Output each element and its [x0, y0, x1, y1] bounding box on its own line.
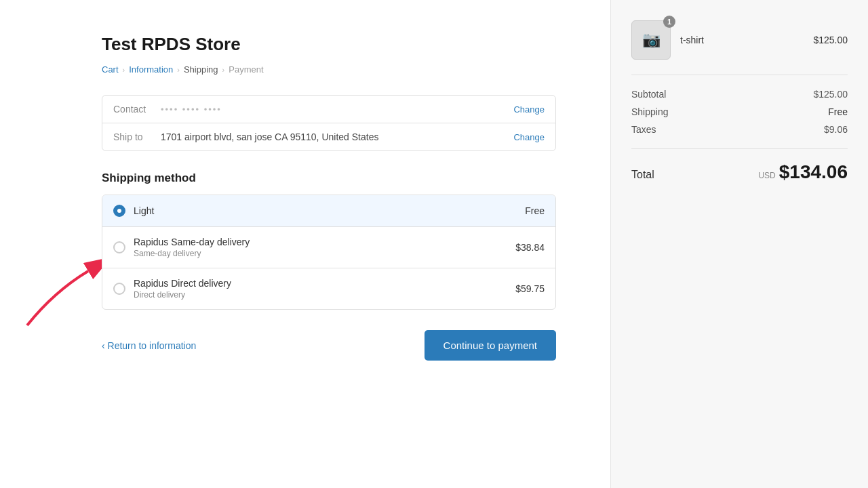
chevron-icon-3: › — [222, 66, 225, 74]
option-sub-same-day: Same-day delivery — [134, 249, 515, 258]
chevron-icon-1: › — [123, 66, 125, 74]
subtotal-row: Subtotal $125.00 — [631, 89, 848, 100]
radio-light — [113, 205, 125, 217]
option-name-light: Light — [134, 205, 525, 216]
summary-rows: Subtotal $125.00 Shipping Free Taxes $9.… — [631, 89, 848, 135]
breadcrumb: Cart › Information › Shipping › Payment — [102, 64, 556, 75]
breadcrumb-cart[interactable]: Cart — [102, 64, 119, 75]
arrow-annotation — [14, 251, 102, 335]
option-name-direct: Rapidus Direct delivery — [134, 278, 515, 289]
left-panel: Test RPDS Store Cart › Information › Shi… — [0, 0, 610, 488]
shipping-label: Shipping — [631, 106, 669, 117]
product-image-wrap: 📷 1 — [631, 20, 671, 60]
contact-value: •••• •••• •••• — [161, 104, 513, 115]
info-box: Contact •••• •••• •••• Change Ship to 17… — [102, 95, 556, 151]
subtotal-value: $125.00 — [813, 89, 848, 100]
shipping-method-title: Shipping method — [102, 171, 556, 185]
camera-icon: 📷 — [642, 31, 660, 49]
ship-to-row: Ship to 1701 airport blvd, san jose CA 9… — [102, 123, 555, 150]
actions-bar: ‹ Return to information Continue to paym… — [102, 330, 556, 361]
ship-to-label: Ship to — [113, 131, 161, 142]
chevron-icon-2: › — [177, 66, 180, 74]
taxes-value: $9.06 — [824, 124, 848, 135]
total-row: Total USD $134.06 — [631, 161, 848, 183]
radio-same-day — [113, 241, 125, 253]
product-name: t-shirt — [680, 35, 804, 45]
return-link[interactable]: ‹ Return to information — [102, 340, 196, 351]
total-divider — [631, 148, 848, 149]
shipping-row: Shipping Free — [631, 106, 848, 117]
right-panel: 📷 1 t-shirt $125.00 Subtotal $125.00 Shi… — [610, 0, 868, 488]
subtotal-label: Subtotal — [631, 89, 666, 100]
total-currency: USD — [758, 171, 775, 180]
total-label: Total — [631, 169, 654, 181]
contact-label: Contact — [113, 104, 161, 115]
taxes-row: Taxes $9.06 — [631, 124, 848, 135]
option-info-light: Light — [134, 205, 525, 216]
option-sub-direct: Direct delivery — [134, 290, 515, 300]
contact-row: Contact •••• •••• •••• Change — [102, 96, 555, 123]
option-price-light: Free — [525, 205, 545, 216]
shipping-option-same-day[interactable]: Rapidus Same-day delivery Same-day deliv… — [102, 227, 555, 268]
option-name-same-day: Rapidus Same-day delivery — [134, 237, 515, 247]
shipping-option-light[interactable]: Light Free — [102, 195, 555, 227]
option-price-same-day: $38.84 — [515, 242, 545, 253]
option-info-direct: Rapidus Direct delivery Direct delivery — [134, 278, 515, 300]
ship-to-change-link[interactable]: Change — [513, 132, 545, 142]
shipping-value: Free — [828, 106, 848, 117]
option-price-direct: $59.75 — [515, 283, 545, 294]
product-price: $125.00 — [813, 35, 848, 45]
ship-to-value: 1701 airport blvd, san jose CA 95110, Un… — [161, 131, 513, 142]
radio-direct — [113, 283, 125, 295]
breadcrumb-shipping: Shipping — [184, 64, 218, 75]
total-amount: $134.06 — [779, 161, 848, 183]
continue-button[interactable]: Continue to payment — [425, 330, 556, 361]
shipping-options: Light Free Rapidus Same-day delivery Sam… — [102, 195, 556, 310]
product-item: 📷 1 t-shirt $125.00 — [631, 20, 848, 75]
shipping-option-direct[interactable]: Rapidus Direct delivery Direct delivery … — [102, 268, 555, 309]
taxes-label: Taxes — [631, 124, 656, 135]
breadcrumb-payment: Payment — [229, 64, 263, 75]
quantity-badge: 1 — [663, 16, 675, 28]
store-title: Test RPDS Store — [102, 34, 556, 55]
option-info-same-day: Rapidus Same-day delivery Same-day deliv… — [134, 237, 515, 258]
total-amount-wrap: USD $134.06 — [758, 161, 848, 183]
contact-change-link[interactable]: Change — [513, 104, 545, 115]
breadcrumb-information[interactable]: Information — [129, 64, 173, 75]
